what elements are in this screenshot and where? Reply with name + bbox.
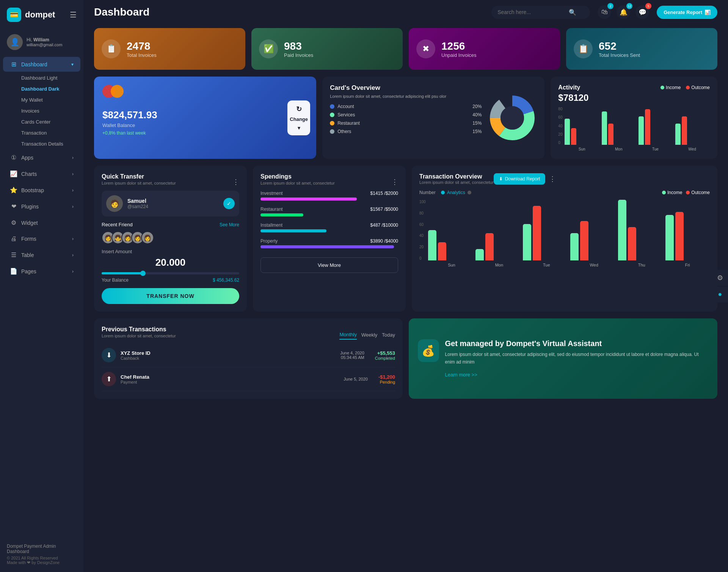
big-bar-mon: [475, 233, 520, 260]
sidebar-item-plugins[interactable]: ❤ Plugins ›: [3, 199, 80, 214]
total-invoices-label: Total Invoices: [127, 52, 157, 58]
prev-txn-header-row: Previous Transactions Lorem ipsum dolor …: [102, 326, 395, 343]
sidebar-item-forms[interactable]: 🖨 Forms ›: [3, 232, 80, 246]
txn-type-xyz: Cashback: [121, 356, 151, 360]
sidebar-item-charts[interactable]: 📈 Charts ›: [3, 166, 80, 181]
income-bar-wed: [675, 124, 681, 145]
sub-nav-invoices[interactable]: Invoices: [14, 105, 83, 116]
outcome-bar-mon: [608, 124, 613, 145]
sidebar-item-table[interactable]: ☰ Table ›: [3, 248, 80, 262]
tab-monthly[interactable]: Monthly: [339, 330, 357, 340]
download-report-button[interactable]: ⬇ Download Report: [494, 173, 546, 185]
income-bar-sun: [565, 119, 570, 145]
stats-row: 📋 2478 Total Invoices ✅ 983 Paid Invoice…: [94, 28, 717, 70]
outcome-bar-sun: [571, 128, 576, 145]
logo-text: dompet: [25, 10, 55, 20]
activity-header: Activity Income Outcome: [558, 84, 710, 91]
tab-weekly[interactable]: Weekly: [361, 331, 377, 339]
va-learn-more-link[interactable]: Learn more >>: [445, 372, 477, 378]
sidebar-item-apps[interactable]: ① Apps ›: [3, 150, 80, 165]
spending-property: Property $3890 /$4000: [260, 238, 398, 248]
settings-float-button[interactable]: ⚙: [712, 270, 728, 286]
sub-nav-my-wallet[interactable]: My Wallet: [14, 94, 83, 105]
user-greeting-text: Hi,: [27, 37, 32, 42]
sidebar-pages-label: Pages: [21, 268, 36, 274]
legend-services-label: Services: [337, 112, 355, 118]
sidebar-item-bootstrap[interactable]: ⭐ Bootstrap ›: [3, 183, 80, 197]
amount-display: 20.000: [102, 257, 239, 268]
sub-nav-cards-center[interactable]: Cards Center: [14, 116, 83, 127]
txn-date-xyz: June 4, 2020 05:34:45 AM: [340, 351, 364, 360]
unpaid-invoices-info: 1256 Unpaid Invoices: [441, 40, 477, 58]
search-input[interactable]: [497, 9, 566, 15]
charts-icon: 📈: [10, 170, 17, 177]
sub-nav-transaction-details[interactable]: Transaction Details: [14, 138, 83, 149]
sub-nav-dashboard-light[interactable]: Dashboard Light: [14, 72, 83, 83]
chevron-down-icon: ▾: [298, 125, 300, 131]
big-bar-wrap: Sun Mon Tue Wed Thu Fri: [428, 200, 710, 267]
investment-amount: $1415 /$2000: [370, 191, 398, 196]
theme-float-button[interactable]: ●: [712, 287, 728, 302]
big-outcome-fri: [675, 212, 684, 260]
search-icon[interactable]: 🔍: [569, 9, 576, 16]
generate-report-button[interactable]: Generate Report 📊: [657, 6, 717, 19]
download-label: Download Report: [505, 176, 540, 182]
legend-account-label: Account: [337, 104, 354, 109]
legend-dot-others: [330, 129, 334, 134]
table-icon: ☰: [10, 251, 17, 259]
outcome-dot: [686, 86, 690, 89]
income-label: Income: [666, 85, 681, 90]
outcome-bar-wed: [682, 116, 687, 145]
txn-desc: Lorem ipsum dolor sit amet, consectetur: [419, 180, 494, 185]
paid-invoices-number: 983: [284, 40, 313, 52]
spending-installment: Installment $487 /$10000: [260, 223, 398, 232]
cart-icon-badge[interactable]: 🛍 2: [598, 5, 611, 19]
tab-today[interactable]: Today: [382, 331, 395, 339]
sidebar-item-widget[interactable]: ⚙ Widget: [3, 215, 80, 230]
legend-restaurant: Restaurant 15%: [330, 121, 482, 126]
bell-icon-badge[interactable]: 🔔 12: [617, 5, 630, 19]
hamburger-icon[interactable]: ☰: [70, 10, 77, 19]
transfer-now-button[interactable]: TRANSFER NOW: [102, 288, 239, 304]
chat-icon-badge[interactable]: 💬 5: [635, 5, 649, 19]
analytics-toggle[interactable]: Analytics: [441, 190, 471, 195]
big-outcome-sun: [438, 242, 446, 260]
logo-icon: 💳: [7, 8, 21, 22]
analytics-active-dot: [441, 191, 445, 194]
income-bar-mon: [602, 111, 607, 145]
sub-nav-transaction[interactable]: Transaction: [14, 127, 83, 138]
outcome-legend: Outcome: [686, 85, 710, 90]
property-bar: [260, 245, 394, 248]
income-outcome-legend: Income Outcome: [662, 190, 710, 195]
va-title: Get managed by Dompet's Virtual Assistan…: [445, 339, 708, 348]
see-more-link[interactable]: See More: [220, 222, 239, 227]
y-axis-labels: 80 60 40 20 0: [558, 107, 562, 145]
more-options-icon[interactable]: ⋮: [232, 178, 239, 186]
table-row: ⬇ XYZ Store ID Cashback June 4, 2020 05:…: [102, 343, 395, 367]
stat-card-total-sent: 📋 652 Total Invoices Sent: [566, 28, 717, 70]
sub-nav-dashboard-dark[interactable]: Dashboard Dark: [14, 83, 83, 94]
sidebar-bootstrap-label: Bootstrap: [21, 187, 44, 193]
sidebar-table-label: Table: [21, 252, 34, 258]
dashboard-icon: ⊞: [10, 61, 17, 68]
wallet-change: +0,8% than last week: [102, 130, 308, 136]
apps-icon: ①: [10, 154, 17, 161]
spendings-more-icon[interactable]: ⋮: [391, 178, 398, 186]
sidebar-apps-label: Apps: [21, 155, 33, 161]
transfer-person: 🧑 Samuel @sam224 ✓: [102, 191, 239, 216]
prev-transactions-card: Previous Transactions Lorem ipsum dolor …: [94, 318, 403, 399]
range-bar[interactable]: [102, 272, 239, 274]
outcome-legend2: Outcome: [686, 190, 710, 195]
txn-more-icon[interactable]: ⋮: [549, 175, 556, 183]
big-income-tue: [523, 224, 531, 260]
legend-others-label: Others: [337, 129, 351, 134]
wallet-change-button[interactable]: ↻ Change ▾: [287, 100, 310, 135]
sidebar-item-dashboard[interactable]: ⊞ Dashboard ▾: [3, 57, 80, 72]
user-email: william@gmail.com: [27, 42, 62, 47]
balance-label: Your Balance: [102, 277, 129, 283]
sidebar-item-pages[interactable]: 📄 Pages ›: [3, 264, 80, 279]
view-more-button[interactable]: View More: [260, 257, 398, 273]
activity-title: Activity: [558, 84, 580, 91]
income-legend: Income: [661, 85, 681, 90]
wallet-label: Wallet Balance: [102, 122, 308, 128]
